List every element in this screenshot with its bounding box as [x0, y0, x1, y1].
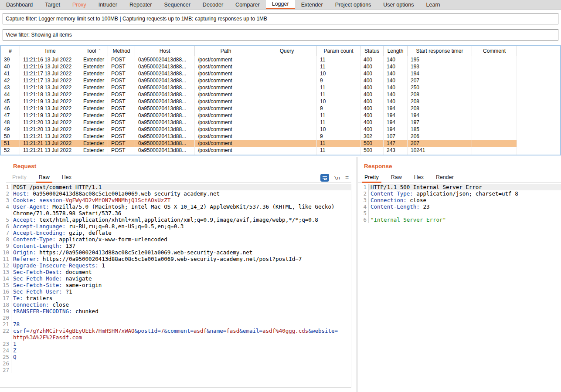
log-row-51[interactable]: 5111:21:21 13 Jul 2022ExtenderPOST0a9500… [1, 140, 517, 147]
main-tab-decoder[interactable]: Decoder [197, 0, 229, 9]
cell-time: 11:21:19 13 Jul 2022 [20, 112, 80, 119]
cell-timer: 208 [408, 91, 472, 98]
logger-table[interactable]: #TimeTool⌃MethodHostPathQueryParam count… [0, 45, 561, 155]
main-tab-repeater[interactable]: Repeater [123, 0, 158, 9]
cell-comment [472, 63, 517, 70]
log-row-52[interactable]: 5211:21:21 13 Jul 2022ExtenderPOST0a9500… [1, 147, 517, 154]
log-row-40[interactable]: 4011:21:16 13 Jul 2022ExtenderPOST0a9500… [1, 63, 517, 70]
log-row-42[interactable]: 4211:21:17 13 Jul 2022ExtenderPOST0a9500… [1, 77, 517, 84]
log-row-46[interactable]: 4611:21:19 13 Jul 2022ExtenderPOST0a9500… [1, 105, 517, 112]
line-content: http%3A%2F%2Fasdf.com [11, 334, 351, 341]
cell-id: 51 [1, 140, 20, 147]
line-number: 10 [0, 249, 11, 256]
line-content: Content-Length: 23 [369, 203, 561, 210]
newline-glyphs-icon[interactable]: \n [334, 175, 340, 181]
log-row-43[interactable]: 4311:21:18 13 Jul 2022ExtenderPOST0a9500… [1, 84, 517, 91]
cell-query [257, 84, 317, 91]
cell-length: 107 [384, 133, 408, 140]
cell-comment [472, 126, 517, 133]
main-tab-logger[interactable]: Logger [266, 0, 295, 9]
word-wrap-icon[interactable] [320, 174, 329, 182]
log-row-41[interactable]: 4111:21:17 13 Jul 2022ExtenderPOST0a9500… [1, 70, 517, 77]
cell-method: POST [108, 147, 135, 154]
column-header-status[interactable]: Status [360, 46, 384, 56]
log-row-49[interactable]: 4911:21:20 13 Jul 2022ExtenderPOST0a9500… [1, 126, 517, 133]
cell-id: 42 [1, 77, 20, 84]
log-row-45[interactable]: 4511:21:19 13 Jul 2022ExtenderPOST0a9500… [1, 98, 517, 105]
editor-menu-icon[interactable]: ≡ [345, 174, 349, 181]
line-content: Z [11, 347, 351, 354]
cell-host: 0a9500020413d88... [135, 91, 195, 98]
log-row-47[interactable]: 4711:21:19 13 Jul 2022ExtenderPOST0a9500… [1, 112, 517, 119]
log-row-53[interactable]: 5311:21:22 13 Jul 2022ExtenderPOST0a9500… [1, 154, 517, 155]
column-header-start-response-timer[interactable]: Start response timer [408, 46, 472, 56]
column-header-comment[interactable]: Comment [472, 46, 517, 56]
log-row-39[interactable]: 3911:21:16 13 Jul 2022ExtenderPOST0a9500… [1, 56, 517, 63]
line-content: tRANSFER-ENCODING: chunked [11, 308, 351, 314]
log-row-50[interactable]: 5011:21:21 13 Jul 2022ExtenderPOST0a9500… [1, 133, 517, 140]
cell-id: 52 [1, 147, 20, 154]
line-number: 21 [0, 321, 11, 328]
code-line: 24Z [0, 347, 351, 354]
response-tab-raw[interactable]: Raw [385, 174, 408, 182]
cell-timer: 207 [408, 140, 472, 147]
line-content: Accept: text/html,application/xhtml+xml,… [11, 216, 351, 223]
main-tab-user-options[interactable]: User options [377, 0, 420, 9]
cell-tool: Extender [80, 84, 108, 91]
line-number: 3 [0, 197, 11, 203]
cell-host: 0a9500020413d88... [135, 56, 195, 63]
response-tab-hex[interactable]: Hex [408, 174, 430, 182]
cell-param_count: 10 [317, 98, 360, 105]
main-tab-comparer[interactable]: Comparer [229, 0, 266, 9]
response-panel: Response PrettyRawHexRender 1HTTP/1.1 50… [357, 157, 561, 392]
column-header-length[interactable]: Length [384, 46, 408, 56]
column-header-#[interactable]: # [1, 46, 20, 56]
cell-method: POST [108, 140, 135, 147]
column-header-method[interactable]: Method [108, 46, 135, 56]
main-tab-extender[interactable]: Extender [295, 0, 329, 9]
log-row-44[interactable]: 4411:21:18 13 Jul 2022ExtenderPOST0a9500… [1, 91, 517, 98]
main-tab-proxy[interactable]: Proxy [66, 0, 92, 9]
cell-id: 46 [1, 105, 20, 112]
capture-filter-bar[interactable]: Capture filter: Logger memory limit set … [3, 13, 558, 24]
column-header-param-count[interactable]: Param count [317, 46, 360, 56]
main-tab-project-options[interactable]: Project options [329, 0, 377, 9]
log-row-48[interactable]: 4811:21:20 13 Jul 2022ExtenderPOST0a9500… [1, 119, 517, 126]
column-header-path[interactable]: Path [195, 46, 257, 56]
request-tab-pretty[interactable]: Pretty [6, 174, 33, 182]
main-tab-target[interactable]: Target [39, 0, 66, 9]
view-filter-bar[interactable]: View filter: Showing all items [3, 29, 558, 41]
main-tab-learn[interactable]: Learn [420, 0, 446, 9]
main-tab-intruder[interactable]: Intruder [92, 0, 123, 9]
code-line: 6"Internal Server Error" [357, 216, 561, 223]
main-tab-dashboard[interactable]: Dashboard [0, 0, 39, 9]
cell-timer: 185 [408, 126, 472, 133]
column-header-host[interactable]: Host [135, 46, 195, 56]
cell-tool: Extender [80, 91, 108, 98]
column-header-time[interactable]: Time [20, 46, 80, 56]
response-tab-pretty[interactable]: Pretty [358, 174, 385, 182]
request-tab-hex[interactable]: Hex [56, 174, 78, 182]
cell-param_count: 11 [317, 147, 360, 154]
cell-comment [472, 112, 517, 119]
column-header-query[interactable]: Query [257, 46, 317, 56]
response-tab-render[interactable]: Render [430, 174, 460, 182]
cell-timer: 222 [408, 154, 472, 155]
cell-path: /post/comment [195, 126, 257, 133]
main-tab-sequencer[interactable]: Sequencer [158, 0, 196, 9]
response-editor[interactable]: 1HTTP/1.1 500 Internal Server Error2Cont… [357, 184, 561, 392]
line-content: 78 [11, 321, 351, 328]
code-line: 9Content-Length: 137 [0, 243, 351, 249]
cell-id: 41 [1, 70, 20, 77]
cell-timer: 197 [408, 119, 472, 126]
cell-time: 11:21:18 13 Jul 2022 [20, 84, 80, 91]
cell-method: POST [108, 105, 135, 112]
code-line: 27 [0, 367, 351, 373]
request-tab-raw[interactable]: Raw [33, 174, 56, 182]
cell-query [257, 147, 317, 154]
cell-host: 0a9500020413d88... [135, 98, 195, 105]
request-panel: Request PrettyRawHex \n ≡ 1POST /post/co… [0, 157, 357, 392]
column-header-tool[interactable]: Tool⌃ [80, 46, 108, 56]
cell-param_count: 11 [317, 84, 360, 91]
request-editor[interactable]: 1POST /post/comment HTTP/1.12Host: 0a950… [0, 184, 351, 388]
